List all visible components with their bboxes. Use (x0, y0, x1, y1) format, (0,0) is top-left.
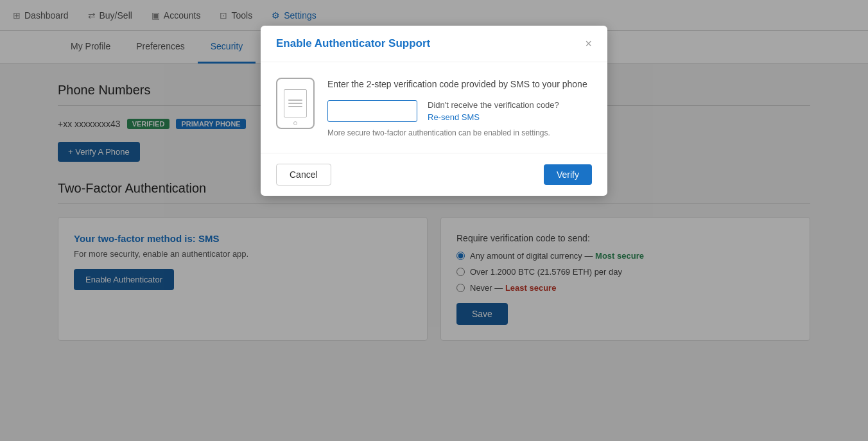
enable-authenticator-modal: Enable Authenticator Support × Enter the… (261, 26, 607, 196)
modal-header: Enable Authenticator Support × (261, 26, 607, 62)
modal-instruction: Enter the 2-step verification code provi… (327, 78, 592, 91)
modal-title: Enable Authenticator Support (276, 37, 430, 50)
phone-line-1 (288, 99, 302, 101)
modal-footer: Cancel Verify (261, 153, 607, 196)
modal-close-button[interactable]: × (585, 38, 592, 49)
phone-line-3 (288, 106, 302, 107)
modal-input-row: Didn't receive the verification code? Re… (327, 100, 592, 122)
verify-button[interactable]: Verify (544, 164, 592, 185)
cancel-button[interactable]: Cancel (276, 164, 331, 186)
modal-body: Enter the 2-step verification code provi… (261, 62, 607, 153)
modal-overlay: Enable Authenticator Support × Enter the… (0, 0, 868, 441)
phone-illustration (276, 78, 315, 129)
resend-block: Didn't receive the verification code? Re… (428, 100, 559, 122)
modal-content-row: Enter the 2-step verification code provi… (276, 78, 592, 137)
resend-sms-link[interactable]: Re-send SMS (428, 112, 480, 122)
modal-note: More secure two-factor authentication ca… (327, 128, 592, 137)
phone-line-2 (288, 103, 302, 104)
modal-right-content: Enter the 2-step verification code provi… (327, 78, 592, 137)
phone-screen (284, 89, 307, 117)
phone-home-button (293, 121, 297, 125)
resend-question: Didn't receive the verification code? (428, 100, 559, 110)
verification-code-input[interactable] (327, 100, 417, 122)
